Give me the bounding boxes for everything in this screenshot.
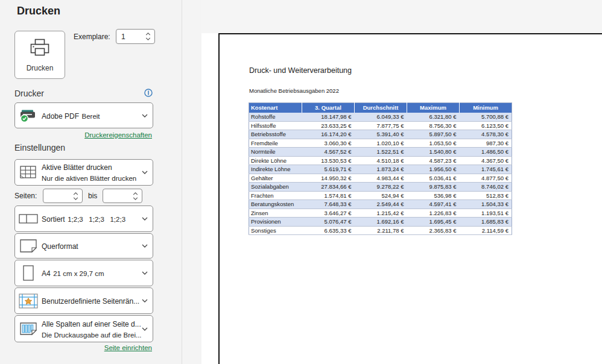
chevron-down-icon bbox=[142, 114, 153, 118]
printer-section-heading: Drucker bbox=[14, 89, 44, 98]
collated-icon bbox=[15, 214, 42, 224]
printer-status: Bereit bbox=[82, 113, 100, 120]
copies-stepper[interactable] bbox=[116, 29, 155, 44]
row-label: Sonstiges bbox=[249, 226, 302, 235]
spinner-down-icon bbox=[145, 37, 151, 40]
chevron-down-icon bbox=[142, 271, 153, 275]
cell-value: 1.226,83 € bbox=[407, 209, 460, 218]
print-button[interactable]: Drucken bbox=[14, 31, 65, 79]
collation-label: Sortiert bbox=[42, 215, 65, 224]
cell-value: 1.692,16 € bbox=[355, 218, 407, 227]
cell-value: 1.540,80 € bbox=[407, 148, 460, 157]
expenses-table: Kostenart3. QuartalDurchschnittMaximumMi… bbox=[249, 102, 512, 235]
cell-value: 1.486,50 € bbox=[460, 148, 512, 157]
cell-value: 6.321,80 € bbox=[407, 113, 460, 122]
table-row: Rohstoffe18.147,98 €6.049,33 €6.321,80 €… bbox=[249, 113, 512, 122]
cell-value: 27.834,66 € bbox=[302, 183, 355, 192]
chevron-down-icon bbox=[142, 171, 153, 174]
table-row: Fremdteile3.060,30 €1.020,10 €1.053,50 €… bbox=[249, 139, 512, 148]
pages-label: Seiten: bbox=[14, 192, 37, 200]
pages-to-label: bis bbox=[88, 192, 97, 200]
cell-value: 8.756,30 € bbox=[407, 121, 460, 130]
pages-to-stepper[interactable] bbox=[103, 189, 142, 203]
cell-value: 1.956,50 € bbox=[407, 165, 460, 174]
cell-value: 1.574,81 € bbox=[302, 191, 355, 200]
row-label: Frachten bbox=[249, 191, 302, 200]
collation-dropdown[interactable]: Sortiert 1;2;3 1;2;3 1;2;3 bbox=[14, 206, 153, 232]
cell-value: 536,98 € bbox=[407, 191, 460, 200]
table-row: Direkte Löhne13.530,53 €4.510,18 €4.587,… bbox=[249, 156, 512, 165]
cell-value: 6.635,33 € bbox=[302, 226, 355, 235]
spinner-up-icon bbox=[73, 192, 78, 195]
cell-value: 4.367,50 € bbox=[460, 156, 512, 165]
landscape-icon bbox=[15, 239, 42, 253]
cell-value: 18.147,98 € bbox=[302, 113, 355, 122]
copies-input[interactable] bbox=[116, 33, 145, 41]
cell-value: 3.646,27 € bbox=[302, 209, 355, 218]
table-row: Betriebsstoffe16.174,20 €5.391,40 €5.897… bbox=[249, 130, 512, 139]
cell-value: 987,30 € bbox=[460, 139, 512, 148]
print-what-sublabel: Nur die aktiven Blätter drucken bbox=[42, 175, 136, 182]
cell-value: 5.700,88 € bbox=[460, 113, 512, 122]
pages-from-input[interactable] bbox=[43, 192, 73, 200]
cell-value: 5.391,40 € bbox=[355, 130, 407, 139]
cell-value: 6.049,33 € bbox=[355, 113, 407, 122]
cell-value: 1.745,61 € bbox=[460, 165, 512, 174]
cell-value: 7.877,75 € bbox=[355, 121, 407, 130]
cell-value: 1.053,50 € bbox=[407, 139, 460, 148]
spinner-arrows[interactable] bbox=[145, 33, 154, 40]
spinner-arrows[interactable] bbox=[133, 192, 142, 200]
chevron-down-icon bbox=[142, 217, 153, 221]
cell-value: 4.587,23 € bbox=[407, 156, 460, 165]
printer-select[interactable]: Adobe PDF Bereit bbox=[14, 102, 153, 128]
spinner-up-icon bbox=[133, 192, 138, 195]
cell-value: 5.619,71 € bbox=[302, 165, 355, 174]
orientation-dropdown[interactable]: Querformat bbox=[14, 233, 153, 259]
cell-value: 9.278,22 € bbox=[355, 183, 407, 192]
margins-dropdown[interactable]: Benutzerdefinierte Seitenrän... bbox=[14, 287, 153, 314]
cell-value: 9.875,83 € bbox=[407, 183, 460, 192]
table-row: Provisionen5.076,47 €1.692,16 €1.695,45 … bbox=[249, 218, 512, 227]
preview-page: Druck- und Weiterverarbeitung Monatliche… bbox=[218, 33, 602, 364]
spinner-up-icon bbox=[145, 33, 151, 36]
scaling-dropdown[interactable]: Alle Spalten auf einer Seite d... Die Dr… bbox=[14, 315, 153, 342]
row-label: Beratungskosten bbox=[249, 200, 302, 209]
chevron-down-icon bbox=[142, 327, 153, 331]
cell-value: 4.567,52 € bbox=[302, 148, 355, 157]
table-row: Indirekte Löhne5.619,71 €1.873,24 €1.956… bbox=[249, 165, 512, 174]
cell-value: 4.578,30 € bbox=[460, 130, 512, 139]
paper-size-label: A4 bbox=[42, 269, 51, 278]
chevron-down-icon bbox=[142, 299, 153, 303]
cell-value: 23.633,25 € bbox=[302, 121, 355, 130]
print-panel: Drucken Drucken Exemplare: Drucker bbox=[0, 0, 182, 364]
pages-to-input[interactable] bbox=[103, 192, 133, 200]
row-label: Normteile bbox=[249, 148, 302, 157]
spinner-down-icon bbox=[73, 197, 78, 200]
cell-value: 2.211,78 € bbox=[355, 226, 407, 235]
scaling-label: Alle Spalten auf einer Seite d... bbox=[42, 320, 141, 328]
pages-from-stepper[interactable] bbox=[43, 189, 83, 203]
row-label: Indirekte Löhne bbox=[249, 165, 302, 174]
margins-icon bbox=[15, 293, 42, 309]
spinner-arrows[interactable] bbox=[73, 192, 82, 200]
table-row: Zinsen3.646,27 €1.215,42 €1.226,83 €1.19… bbox=[249, 209, 512, 218]
cell-value: 524,94 € bbox=[355, 191, 407, 200]
cell-value: 1.873,24 € bbox=[355, 165, 407, 174]
copies-label: Exemplare: bbox=[74, 33, 110, 41]
cell-value: 13.530,53 € bbox=[302, 156, 355, 165]
cell-value: 1.504,33 € bbox=[460, 200, 512, 209]
info-icon[interactable] bbox=[144, 89, 153, 97]
chevron-down-icon bbox=[142, 244, 153, 248]
settings-section-heading: Einstellungen bbox=[14, 143, 65, 152]
page-setup-link[interactable]: Seite einrichten bbox=[14, 344, 152, 351]
paper-size-dropdown[interactable]: A4 21 cm x 29,7 cm bbox=[14, 260, 153, 286]
print-what-dropdown[interactable]: Aktive Blätter drucken Nur die aktiven B… bbox=[14, 159, 153, 186]
row-label: Gehälter bbox=[249, 174, 302, 183]
table-row: Sonstiges6.635,33 €2.211,78 €2.365,83 €2… bbox=[249, 226, 512, 235]
table-header: Maximum bbox=[407, 103, 460, 113]
row-label: Hilfsstoffe bbox=[249, 121, 302, 130]
cell-value: 2.114,59 € bbox=[460, 226, 512, 235]
printer-properties-link[interactable]: Druckereigenschaften bbox=[14, 131, 152, 139]
table-row: Hilfsstoffe23.633,25 €7.877,75 €8.756,30… bbox=[249, 121, 512, 130]
document-title: Druck- und Weiterverarbeitung bbox=[249, 66, 352, 75]
